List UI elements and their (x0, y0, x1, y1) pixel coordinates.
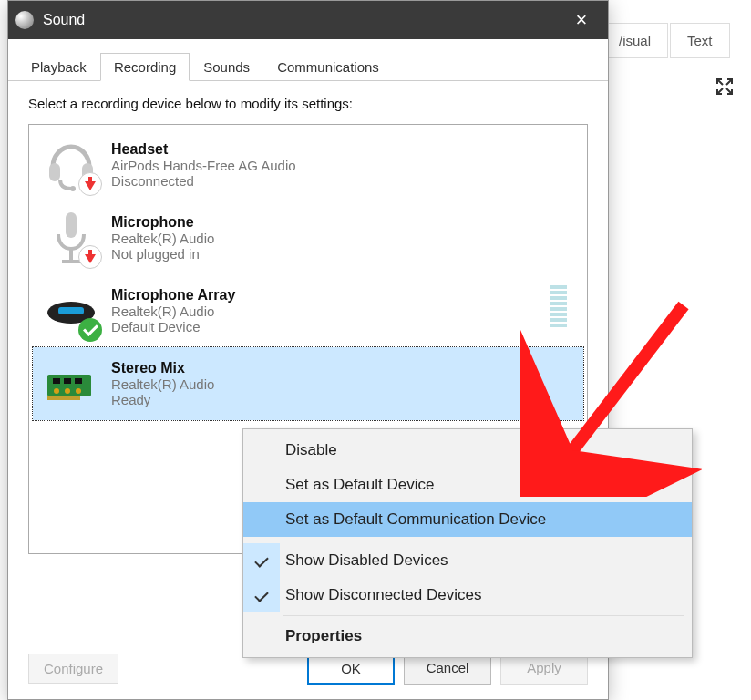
svg-rect-3 (66, 212, 77, 238)
svg-rect-7 (58, 307, 84, 314)
ctx-set-default-device[interactable]: Set as Default Device (243, 468, 692, 502)
sound-card-icon (42, 355, 100, 413)
instruction-text: Select a recording device below to modif… (28, 96, 588, 111)
device-status: Disconnected (111, 173, 296, 189)
svg-rect-15 (47, 396, 80, 400)
background-tab-text[interactable]: Text (670, 23, 730, 58)
tab-playback[interactable]: Playback (17, 53, 100, 81)
check-icon (255, 557, 268, 564)
device-sub: Realtek(R) Audio (111, 376, 214, 392)
microphone-icon (42, 209, 100, 267)
ctx-set-default-communication-device[interactable]: Set as Default Communication Device (243, 502, 692, 537)
ctx-separator (283, 615, 684, 616)
device-sub: Realtek(R) Audio (111, 231, 214, 246)
ctx-disable[interactable]: Disable (243, 433, 692, 468)
configure-button: Configure (28, 654, 118, 684)
device-status: Default Device (111, 319, 235, 335)
svg-point-12 (54, 388, 59, 394)
level-meter-icon (550, 283, 567, 327)
svg-rect-0 (49, 163, 60, 181)
device-name: Microphone (111, 214, 214, 231)
svg-point-2 (70, 186, 76, 191)
svg-rect-8 (47, 375, 91, 396)
device-status: Ready (111, 392, 214, 407)
svg-rect-5 (62, 260, 80, 263)
tab-recording[interactable]: Recording (100, 53, 190, 81)
background-tab-visual[interactable]: /isual (602, 23, 668, 58)
device-name: Stereo Mix (111, 360, 214, 376)
check-icon (255, 592, 268, 599)
expand-icon[interactable] (715, 77, 734, 100)
device-item-headset[interactable]: Headset AirPods Hands-Free AG Audio Disc… (33, 129, 583, 201)
ctx-properties[interactable]: Properties (243, 619, 692, 654)
status-badge-down-icon (78, 172, 102, 196)
window-title: Sound (43, 12, 562, 28)
ctx-show-disconnected-devices[interactable]: Show Disconnected Devices (243, 578, 692, 612)
device-status: Not plugged in (111, 246, 214, 262)
svg-rect-9 (53, 378, 60, 384)
svg-point-14 (76, 388, 81, 394)
ctx-show-disabled-devices[interactable]: Show Disabled Devices (243, 543, 692, 578)
tab-strip: Playback Recording Sounds Communications (8, 39, 608, 81)
device-item-microphone-array[interactable]: Microphone Array Realtek(R) Audio Defaul… (33, 274, 583, 347)
device-name: Microphone Array (111, 287, 235, 304)
svg-rect-11 (75, 378, 82, 384)
status-badge-down-icon (78, 245, 102, 269)
ctx-separator (283, 540, 684, 540)
tab-sounds[interactable]: Sounds (190, 53, 263, 81)
device-sub: Realtek(R) Audio (111, 304, 235, 319)
svg-rect-4 (69, 249, 73, 260)
device-sub: AirPods Hands-Free AG Audio (111, 158, 296, 173)
microphone-array-icon (42, 282, 100, 340)
device-name: Headset (111, 141, 296, 158)
svg-rect-10 (64, 378, 71, 384)
sound-icon (15, 11, 34, 29)
device-item-stereo-mix[interactable]: Stereo Mix Realtek(R) Audio Ready (33, 347, 583, 420)
status-badge-ok-icon (78, 318, 102, 342)
context-menu: Disable Set as Default Device Set as Def… (242, 428, 693, 658)
headset-icon (42, 136, 100, 194)
svg-point-13 (65, 388, 70, 394)
titlebar: Sound × (8, 1, 608, 39)
device-item-microphone[interactable]: Microphone Realtek(R) Audio Not plugged … (33, 201, 583, 274)
close-icon[interactable]: × (562, 8, 601, 32)
tab-communications[interactable]: Communications (263, 53, 393, 81)
